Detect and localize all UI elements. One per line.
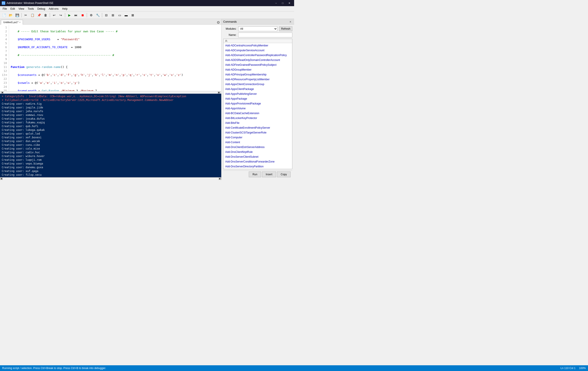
commands-action-buttons: Run Insert Copy <box>223 170 292 178</box>
toolbar-clear[interactable]: 🗑 <box>42 12 49 18</box>
left-pane: Untitled1.ps1* × ⊙ 1 2 3 4 5 6 7 8 9 10 <box>0 19 221 180</box>
modules-dropdown[interactable]: All <box>238 26 277 31</box>
menu-edit[interactable]: Edit <box>9 7 17 11</box>
cmd-item-23[interactable]: Add-DnsServerClientSubnet <box>223 154 292 159</box>
cmd-item-8[interactable]: Add-AppvClientConnectionGroup <box>223 82 292 87</box>
cmd-item-11[interactable]: Add-AppxPackage <box>223 96 292 101</box>
console-line-3: Creating user: jeha.narufo <box>2 110 220 113</box>
titlebar: PS Administrator: Windows PowerShell ISE… <box>0 0 294 6</box>
console-line-17: Creating user: vepo.biwega <box>2 162 220 166</box>
tab-bar: Untitled1.ps1* × ⊙ <box>0 19 221 25</box>
toolbar-layout3[interactable]: ▭ <box>116 12 123 18</box>
console-scroll-right[interactable]: ▶ <box>219 178 221 180</box>
toolbar-debug1[interactable]: ⚙ <box>88 12 94 18</box>
editor-scroll-left[interactable]: ◀ <box>1 91 3 94</box>
editor-scrollbar[interactable]: ◀ ▶ <box>0 91 221 94</box>
tab-scroll-button[interactable]: ⊙ <box>216 20 220 24</box>
console-line-12: Creating user: cunu.cibe <box>2 143 220 147</box>
menu-help[interactable]: Help <box>60 7 69 11</box>
toolbar-layout1[interactable]: ⊟ <box>103 12 109 18</box>
menu-view[interactable]: View <box>17 7 26 11</box>
toolbar-cut[interactable]: ✂ <box>23 12 29 18</box>
cmd-item-26[interactable]: Add-DnsServerForwarder <box>223 169 292 169</box>
toolbar-run[interactable]: ▶ <box>66 12 73 18</box>
menu-tools[interactable]: Tools <box>26 7 36 11</box>
insert-button[interactable]: Insert <box>262 171 276 177</box>
cmd-item-16[interactable]: Add-BitsFile <box>223 120 292 125</box>
cmd-item-22[interactable]: Add-DnsClientNrptRule <box>223 150 292 154</box>
menu-addons[interactable]: Add-ons <box>47 7 60 11</box>
console-line-13: Creating user: calo.mise <box>2 147 220 151</box>
editor-scroll-right[interactable]: ▶ <box>218 91 220 94</box>
copy-button[interactable]: Copy <box>277 171 291 177</box>
cmd-item-1[interactable]: Add-ADComputerServiceAccount <box>223 48 292 53</box>
cmd-item-10[interactable]: Add-AppvPublishingServer <box>223 91 292 96</box>
toolbar-layout4[interactable]: ▬ <box>123 12 129 18</box>
console-error-1: + CategoryInfo : InvalidData: (CN=rokupe… <box>2 95 220 98</box>
code-content[interactable]: # ----- Edit these Variables for your ow… <box>9 25 221 91</box>
cmd-item-7[interactable]: Add-ADResourcePropertyListMember <box>223 77 292 82</box>
toolbar-run-selection[interactable]: ⏭ <box>73 12 79 18</box>
cmd-item-21[interactable]: Add-DnsClientDohServerAddress <box>223 145 292 150</box>
run-button[interactable]: Run <box>249 171 261 177</box>
cmd-item-19[interactable]: Add-Computer <box>223 135 292 140</box>
cmd-item-25[interactable]: Add-DnsServerDirectoryPartition <box>223 164 292 169</box>
toolbar-paste[interactable]: 📌 <box>36 12 42 18</box>
cmd-item-12[interactable]: Add-AppxProvisionedPackage <box>223 101 292 106</box>
tab-close-button[interactable]: × <box>19 21 21 23</box>
menu-debug[interactable]: Debug <box>36 7 47 11</box>
console-line-1: Creating user: nadire.tig <box>2 102 220 106</box>
code-editor[interactable]: 1 2 3 4 5 6 7 8 9 10 11 12 13⊟ 22 23 24 <box>0 25 221 91</box>
toolbar-redo[interactable]: ↪ <box>58 12 64 18</box>
commands-panel-close[interactable]: × <box>288 20 292 24</box>
cmd-item-0[interactable]: Add-ADCentralAccessPolicyMember <box>223 43 292 48</box>
console-error-2: + FullyQualifiedErrorId : ActiveDirector… <box>2 98 220 102</box>
commands-panel: Commands × Modules: All Refresh Name: A: <box>221 19 294 180</box>
cmd-item-14[interactable]: Add-BCDataCacheExtension <box>223 111 292 116</box>
maximize-button[interactable]: □ <box>280 1 286 5</box>
cmd-item-18[interactable]: Add-ClusteriSCSITargetServerRole <box>223 130 292 135</box>
menu-file[interactable]: File <box>1 7 9 11</box>
console-line-5: Creating user: josaka.dufus <box>2 117 220 121</box>
console-line-16: Creating user: luqeji.rom <box>2 158 220 162</box>
console-line-15: Creating user: wibure.hover <box>2 154 220 158</box>
toolbar-save[interactable]: 💾 <box>14 12 20 18</box>
toolbar-copy[interactable]: 📋 <box>29 12 35 18</box>
close-button[interactable]: ✕ <box>286 1 292 5</box>
minimize-button[interactable]: − <box>273 1 279 5</box>
toolbar-layout2[interactable]: ⊞ <box>110 12 116 18</box>
refresh-button[interactable]: Refresh <box>279 26 292 31</box>
console-line-4: Creating user: xomewi.rovu <box>2 113 220 117</box>
console-line-18: Creating user: danemu.guxa <box>2 166 220 169</box>
console-output[interactable]: + CategoryInfo : InvalidData: (CN=rokupe… <box>0 94 221 177</box>
cmd-item-20[interactable]: Add-Content <box>223 140 292 145</box>
toolbar-layout5[interactable]: ⊠ <box>130 12 136 18</box>
console-line-11: Creating user: dun.wocak <box>2 140 220 143</box>
cmd-item-9[interactable]: Add-AppvClientPackage <box>223 87 292 91</box>
console-scrollbar[interactable]: ◀ ▶ <box>0 177 221 180</box>
console-scroll-left[interactable]: ◀ <box>0 178 3 180</box>
cmd-item-3[interactable]: Add-ADDSReadOnlyDomainControllerAccount <box>223 58 292 62</box>
cmd-item-15[interactable]: Add-BitLockerKeyProtector <box>223 116 292 120</box>
modules-label: Modules: <box>223 27 236 30</box>
name-input[interactable] <box>238 32 292 37</box>
toolbar-new[interactable]: 📄 <box>1 12 7 18</box>
toolbar-undo[interactable]: ↩ <box>51 12 57 18</box>
toolbar-open[interactable]: 📂 <box>8 12 14 18</box>
cmd-item-5[interactable]: Add-ADGroupMember <box>223 67 292 72</box>
tab-untitled1[interactable]: Untitled1.ps1* × <box>1 20 23 25</box>
console-line-7: Creating user: qub.hofi <box>2 124 220 128</box>
toolbar-debug2[interactable]: 🔧 <box>95 12 101 18</box>
commands-list-header: A: <box>223 39 292 43</box>
cmd-item-24[interactable]: Add-DnsServerConditionalForwarderZone <box>223 159 292 164</box>
commands-panel-content: Modules: All Refresh Name: A: Add-ADCent… <box>221 25 294 180</box>
cmd-item-2[interactable]: Add-ADDomainControllerPasswordReplicatio… <box>223 53 292 58</box>
toolbar-stop[interactable]: ⏹ <box>79 12 86 18</box>
cmd-item-17[interactable]: Add-CertificateEnrollmentPolicyServer <box>223 125 292 130</box>
cmd-item-6[interactable]: Add-ADPrincipalGroupMembership <box>223 72 292 77</box>
commands-list[interactable]: A: Add-ADCentralAccessPolicyMember Add-A… <box>223 39 292 169</box>
console-line-14: Creating user: cadiv.huc <box>2 151 220 154</box>
cmd-item-4[interactable]: Add-ADFineGrainedPasswordPolicySubject <box>223 62 292 67</box>
cmd-item-13[interactable]: Add-AppxVolume <box>223 106 292 111</box>
console-line-6: Creating user: fukamu.xuqiq <box>2 121 220 124</box>
